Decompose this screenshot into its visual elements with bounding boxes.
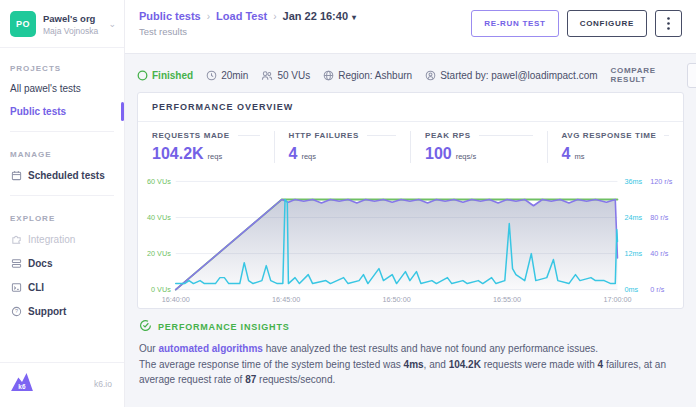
insights-text-segment: have analyzed the test results and have …	[263, 343, 598, 354]
svg-text:20 VUs: 20 VUs	[147, 249, 171, 258]
insights-bold-value: 4ms	[404, 359, 424, 370]
svg-text:16:50:00: 16:50:00	[383, 295, 411, 304]
sidebar-nav: PROJECTS All pawel's tests Public tests …	[0, 48, 124, 323]
svg-text:?: ?	[14, 308, 17, 314]
svg-text:80 r/s: 80 r/s	[650, 213, 668, 222]
breadcrumb-load-test[interactable]: Load Test	[216, 10, 267, 22]
calendar-icon	[10, 169, 22, 181]
users-icon	[261, 70, 273, 81]
breadcrumb-public-tests[interactable]: Public tests	[139, 10, 201, 22]
svg-text:120 r/s: 120 r/s	[650, 177, 672, 186]
performance-overview-title: PERFORMANCE OVERVIEW	[138, 93, 683, 122]
performance-chart: 0 VUs0ms0 r/s20 VUs12ms40 r/s40 VUs24ms8…	[140, 174, 681, 306]
chevron-down-icon: ⌄	[108, 19, 116, 29]
breadcrumb-separator: ›	[207, 11, 210, 22]
terminal-icon	[10, 281, 22, 293]
svg-text:40 r/s: 40 r/s	[650, 249, 668, 258]
sidebar-item-integration[interactable]: Integration	[0, 227, 124, 251]
org-user: Maja Vojnoska	[43, 26, 101, 36]
status-started-by: Started by: pawel@loadimpact.com	[425, 70, 597, 81]
sidebar-item-label: Public tests	[10, 106, 66, 117]
sidebar-item-docs[interactable]: Docs	[0, 251, 124, 275]
metric-peak-rps: PEAK RPS 100 reqs/s	[410, 131, 547, 163]
svg-text:16:55:00: 16:55:00	[493, 295, 521, 304]
main-area: Public tests › Load Test › Jan 22 16:40▾…	[125, 0, 696, 407]
svg-text:16:40:00: 16:40:00	[162, 295, 190, 304]
insights-text-segment: requests/second.	[256, 374, 335, 385]
metric-value: 100	[425, 145, 452, 163]
sidebar-item-public-tests[interactable]: Public tests	[0, 100, 124, 123]
org-selector[interactable]: PO Pawel's org Maja Vojnoska ⌄	[0, 0, 124, 48]
svg-text:17:00:00: 17:00:00	[603, 295, 631, 304]
sidebar-item-cli[interactable]: CLI	[0, 275, 124, 299]
k6-site-label: k6.io	[94, 379, 112, 389]
sidebar: PO Pawel's org Maja Vojnoska ⌄ PROJECTS …	[0, 0, 125, 407]
metric-requests-made: REQUESTS MADE 104.2K reqs	[138, 131, 274, 163]
svg-text:k6: k6	[18, 383, 26, 390]
compare-result-label: COMPARE RESULT	[611, 66, 680, 84]
sidebar-item-label: Integration	[28, 234, 75, 245]
sidebar-item-scheduled-tests[interactable]: Scheduled tests	[0, 163, 124, 187]
status-finished: Finished	[137, 70, 193, 81]
breadcrumb-separator: ›	[273, 11, 276, 22]
insights-bold-value: 87	[245, 374, 256, 385]
automated-algorithms-link[interactable]: automated algorithms	[158, 343, 262, 354]
svg-text:0 VUs: 0 VUs	[151, 285, 171, 294]
help-icon: ?	[10, 305, 22, 317]
nav-section-explore: EXPLORE	[0, 204, 124, 227]
sidebar-item-label: Support	[28, 306, 66, 317]
page-subtitle: Test results	[139, 26, 356, 37]
metric-label: AVG RESPONSE TIME	[562, 131, 657, 140]
more-options-button[interactable]	[655, 10, 682, 37]
insights-text-segment: requests were made with	[481, 359, 598, 370]
status-circle-icon	[137, 70, 148, 81]
breadcrumb: Public tests › Load Test › Jan 22 16:40▾	[139, 10, 356, 22]
insights-text-segment: , and	[424, 359, 449, 370]
org-name: Pawel's org	[43, 13, 101, 24]
status-duration: 20min	[206, 70, 248, 81]
chart-container: 0 VUs0ms0 r/s20 VUs12ms40 r/s40 VUs24ms8…	[138, 170, 683, 308]
insights-title-label: PERFORMANCE INSIGHTS	[158, 322, 290, 332]
metric-value: 104.2K	[152, 145, 204, 163]
svg-text:24ms: 24ms	[624, 213, 642, 222]
sidebar-item-label: Scheduled tests	[28, 170, 105, 181]
nav-section-manage: MANAGE	[0, 140, 124, 163]
insights-text-segment: The average response time of the system …	[139, 359, 404, 370]
sidebar-item-support[interactable]: ? Support	[0, 299, 124, 323]
metric-unit: reqs/s	[456, 152, 476, 161]
metric-unit: ms	[574, 152, 584, 161]
k6-logo[interactable]: k6	[10, 372, 34, 396]
divider	[10, 195, 114, 196]
sidebar-item-all-pawels-tests[interactable]: All pawel's tests	[0, 77, 124, 100]
globe-icon	[323, 70, 334, 81]
user-icon	[425, 70, 436, 81]
test-run-selector[interactable]: Jan 22 16:40▾	[283, 10, 356, 22]
rerun-test-button[interactable]: RE-RUN TEST	[471, 10, 558, 37]
app-window: PO Pawel's org Maja Vojnoska ⌄ PROJECTS …	[0, 0, 696, 407]
insights-text: Our automated algorithms have analyzed t…	[139, 341, 680, 388]
test-status-bar: Finished 20min 50 VUs	[137, 61, 684, 89]
nav-section-projects: PROJECTS	[0, 54, 124, 77]
svg-text:40 VUs: 40 VUs	[147, 213, 171, 222]
performance-overview-card: PERFORMANCE OVERVIEW REQUESTS MADE 104.2…	[137, 92, 684, 309]
metric-label: REQUESTS MADE	[152, 131, 230, 140]
metric-label: PEAK RPS	[425, 131, 471, 140]
metric-avg-response-time: AVG RESPONSE TIME 4 ms	[547, 131, 684, 163]
metric-label: HTTP FAILURES	[289, 131, 359, 140]
performance-insights: PERFORMANCE INSIGHTS Our automated algor…	[137, 309, 684, 388]
page-header: Public tests › Load Test › Jan 22 16:40▾…	[125, 0, 696, 54]
compare-target-select[interactable]: Select a compare target ▾	[687, 63, 696, 88]
status-vus: 50 VUs	[261, 70, 310, 81]
puzzle-icon	[10, 233, 22, 245]
svg-text:0 r/s: 0 r/s	[650, 285, 664, 294]
insights-text-segment: Our	[139, 343, 158, 354]
metric-unit: reqs	[208, 152, 223, 161]
sidebar-item-label: All pawel's tests	[10, 83, 81, 94]
clock-icon	[206, 70, 217, 81]
chevron-down-icon: ▾	[352, 13, 356, 22]
configure-button[interactable]: CONFIGURE	[567, 10, 647, 37]
metric-value: 4	[289, 145, 298, 163]
org-avatar: PO	[10, 11, 36, 37]
kebab-icon	[667, 17, 670, 30]
status-region: Region: Ashburn	[323, 70, 412, 81]
